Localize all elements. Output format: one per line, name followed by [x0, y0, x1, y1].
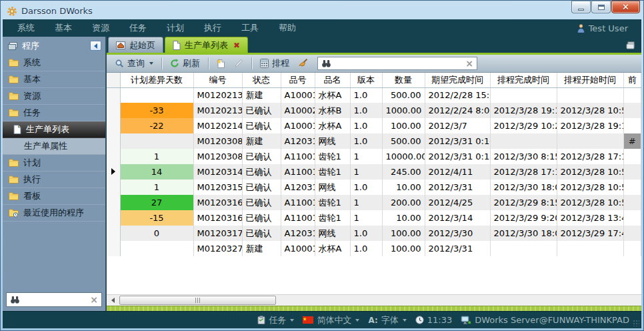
table-cell[interactable]: 已确认 [242, 210, 281, 226]
table-cell[interactable] [557, 87, 623, 103]
plan-diff-cell[interactable]: 1 [120, 149, 193, 164]
sidebar-item[interactable]: 资源 [3, 88, 105, 105]
plan-diff-cell[interactable]: 27 [120, 195, 193, 210]
table-cell[interactable]: 新建 [242, 87, 281, 103]
table-cell[interactable]: 500.00 [382, 87, 425, 103]
column-header[interactable]: 编号 [193, 73, 242, 87]
table-cell[interactable]: 网线 [315, 133, 350, 149]
clear-search-icon[interactable]: × [90, 295, 98, 304]
row-selector-cell[interactable] [107, 118, 120, 133]
table-cell[interactable]: 已确认 [242, 103, 281, 118]
horizontal-scrollbar[interactable] [107, 294, 641, 306]
table-cell[interactable]: 2012/3/29 10:20 [490, 118, 557, 133]
sidebar-search-box[interactable]: × [6, 292, 102, 307]
table-cell[interactable]: 1.0 [350, 103, 382, 118]
table-cell[interactable]: 2012/4/11 [425, 164, 490, 180]
table-cell[interactable]: 2012/2/28 15:00 [425, 87, 490, 103]
sidebar-item[interactable]: 系统 [3, 55, 105, 71]
scroll-left-arrow-icon[interactable] [108, 295, 118, 306]
overflow-cell[interactable] [623, 195, 641, 210]
overflow-cell[interactable] [623, 241, 641, 256]
table-row[interactable]: M012021301新建A10001水杯A1.0500.002012/2/28 … [107, 87, 641, 103]
table-cell[interactable]: A12031 [281, 180, 315, 195]
table-cell[interactable]: 1.0 [350, 180, 382, 195]
table-cell[interactable]: A10001 [281, 241, 315, 256]
status-item[interactable]: 简体中文 [303, 314, 359, 326]
close-button[interactable]: ✕ [611, 1, 640, 13]
schedule-button[interactable]: 排程 [257, 56, 292, 71]
table-cell[interactable]: 齿轮1 [315, 210, 350, 226]
menu-item[interactable]: 系统 [11, 22, 45, 34]
plan-diff-cell[interactable]: 1 [120, 180, 193, 195]
current-user[interactable]: Test User [577, 23, 633, 33]
table-cell[interactable] [490, 87, 557, 103]
menu-item[interactable]: 任务 [119, 22, 157, 34]
table-cell[interactable]: 1.0 [350, 241, 382, 256]
sidebar-item[interactable]: 生产单属性 [3, 138, 105, 155]
table-cell[interactable]: 齿轮1 [315, 164, 350, 180]
table-cell[interactable] [490, 133, 557, 149]
overflow-cell[interactable] [623, 103, 641, 118]
table-cell[interactable]: 1 [350, 195, 382, 210]
table-cell[interactable]: 2012/3/28 17:13 [490, 164, 557, 180]
menu-item[interactable]: 工具 [231, 22, 269, 34]
overflow-cell[interactable] [623, 180, 641, 195]
table-cell[interactable]: A12031 [281, 226, 315, 241]
table-cell[interactable]: 已确认 [242, 118, 281, 133]
table-cell[interactable]: 已确认 [242, 195, 281, 210]
overflow-cell[interactable]: # [623, 133, 641, 149]
table-cell[interactable]: 2012/3/28 10:52 [557, 180, 623, 195]
table-cell[interactable]: 2012/3/28 10:52 [557, 164, 623, 180]
column-header[interactable]: 版本 [350, 73, 382, 87]
table-cell[interactable]: 10000.00 [382, 149, 425, 164]
table-cell[interactable]: 1000.00 [382, 103, 425, 118]
row-selector-cell[interactable] [107, 164, 120, 180]
column-header[interactable]: 前 [623, 73, 641, 87]
overflow-cell[interactable] [623, 226, 641, 241]
table-cell[interactable]: M012032701 [193, 241, 242, 256]
sidebar-item[interactable]: 任务 [3, 105, 105, 121]
sidebar-item[interactable]: 看板 [3, 188, 105, 205]
window-list-icon[interactable] [625, 41, 636, 49]
scrollbar-thumb[interactable] [119, 296, 276, 305]
table-cell[interactable]: 网线 [315, 180, 350, 195]
sidebar-collapse-button[interactable] [90, 41, 101, 51]
table-cell[interactable]: 1.0 [350, 226, 382, 241]
table-row[interactable]: 0M012031701已确认A12031网线1.0100.002012/3/30… [107, 226, 641, 241]
edit-button[interactable] [231, 57, 246, 69]
table-cell[interactable]: M012030801 [193, 133, 242, 149]
table-cell[interactable]: M012030802 [193, 149, 242, 164]
plan-diff-cell[interactable]: -33 [120, 103, 193, 118]
minimize-button[interactable] [571, 1, 591, 13]
row-selector-cell[interactable] [107, 149, 120, 164]
plan-diff-cell[interactable]: -22 [120, 118, 193, 133]
table-cell[interactable]: 2012/3/28 10:52 [557, 103, 623, 118]
table-cell[interactable]: 2012/3/28 10:52 [557, 195, 623, 210]
table-search-input[interactable] [335, 59, 462, 68]
sidebar-item[interactable]: 计划 [3, 155, 105, 172]
table-cell[interactable]: 2012/3/30 [425, 226, 490, 241]
table-cell[interactable]: 2012/3/31 0:10 [425, 133, 490, 149]
sidebar-item[interactable]: 执行 [3, 172, 105, 188]
table-cell[interactable]: M012031701 [193, 226, 242, 241]
table-cell[interactable]: A11001 [281, 164, 315, 180]
row-selector-cell[interactable] [107, 210, 120, 226]
table-cell[interactable]: M012031601 [193, 195, 242, 210]
table-cell[interactable]: 2012/3/29 8:15 [490, 195, 557, 210]
table-row[interactable]: 14M012031402已确认A11001齿轮11245.002012/4/11… [107, 164, 641, 180]
row-selector-cell[interactable] [107, 87, 120, 103]
table-cell[interactable]: 2012/3/29 9:20 [490, 210, 557, 226]
table-search-box[interactable]: × [317, 57, 477, 70]
table-cell[interactable] [490, 241, 557, 256]
table-cell[interactable]: 新建 [242, 241, 281, 256]
table-cell[interactable]: M012031501 [193, 180, 242, 195]
table-cell[interactable]: M012021301 [193, 87, 242, 103]
row-selector-cell[interactable] [107, 133, 120, 149]
table-cell[interactable]: M012021401 [193, 118, 242, 133]
table-row[interactable]: 1M012031501已确认A12031网线1.010.002012/3/312… [107, 180, 641, 195]
menu-item[interactable]: 资源 [82, 22, 119, 34]
sidebar-search-input[interactable] [23, 295, 87, 304]
overflow-cell[interactable] [623, 149, 641, 164]
query-button[interactable]: 查询 [112, 56, 156, 71]
sidebar-item[interactable]: 基本 [3, 71, 105, 88]
